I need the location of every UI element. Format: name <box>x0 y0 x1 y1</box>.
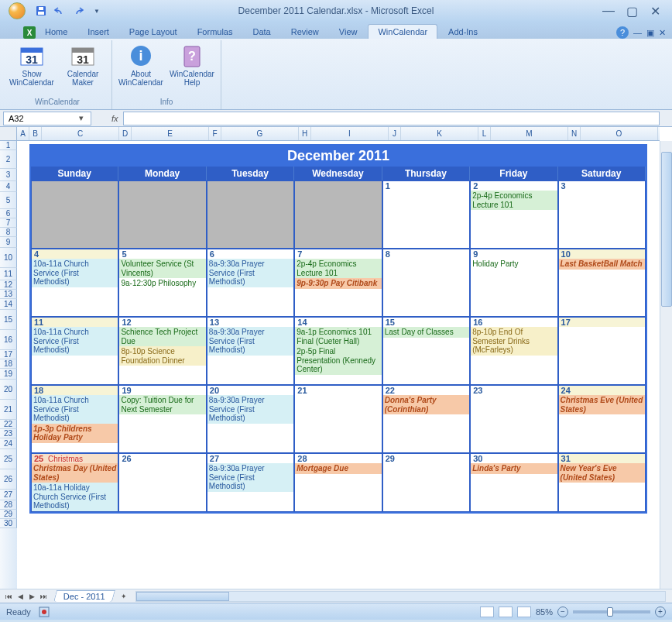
calendar-event[interactable]: 8a-9:30a Prayer Service (First Methodist… <box>207 395 293 424</box>
calendar-event[interactable]: 2p-4p Economics Lecture 101 <box>471 191 557 210</box>
calendar-cell[interactable]: 17 <box>558 317 646 385</box>
qat-dropdown-icon[interactable]: ▼ <box>90 4 104 18</box>
calendar-cell[interactable]: 5 Volunteer Service (St Vincents)9a-12:3… <box>118 249 206 317</box>
row-header[interactable]: 5 <box>0 192 17 209</box>
calendar-cell[interactable]: 15 Last Day of Classes <box>382 317 470 385</box>
fx-label[interactable]: fx <box>111 114 118 123</box>
new-sheet-button[interactable]: ✦ <box>118 591 129 602</box>
row-header[interactable]: 9 <box>0 237 17 248</box>
row-header[interactable]: 2 <box>0 150 17 169</box>
column-header[interactable]: K <box>401 127 478 140</box>
row-header[interactable]: 28 <box>0 500 17 510</box>
last-sheet-button[interactable]: ⏭ <box>38 591 49 602</box>
select-all-corner[interactable] <box>0 127 17 141</box>
calendar-cell[interactable]: 25 Christmas Christmas Day (United State… <box>31 453 118 512</box>
column-header[interactable]: J <box>389 127 401 140</box>
tab-review[interactable]: Review <box>282 25 328 39</box>
calendar-event[interactable]: 10a-11a Church Service (First Methodist) <box>32 259 118 287</box>
row-header[interactable]: 7 <box>0 218 17 228</box>
calendar-event[interactable]: 2p-4p Economics Lecture 101 <box>295 259 381 278</box>
column-header[interactable]: I <box>311 127 389 140</box>
grid[interactable]: December 2011 SundayMondayTuesdayWednesd… <box>17 141 660 589</box>
column-header[interactable]: H <box>299 127 311 140</box>
calendar-event[interactable]: Copy: Tuition Due for Next Semester <box>119 395 205 414</box>
zoom-in-button[interactable]: + <box>655 607 666 617</box>
calendar-cell[interactable] <box>31 180 118 249</box>
calendar-event[interactable]: 10a-11a Church Service (First Methodist) <box>32 395 118 424</box>
prev-sheet-button[interactable]: ◀ <box>15 591 26 602</box>
row-header[interactable]: 12 <box>0 280 17 290</box>
first-sheet-button[interactable]: ⏮ <box>3 591 14 602</box>
row-header[interactable]: 27 <box>0 490 17 500</box>
wincalendar-help-button[interactable]: ?WinCalendarHelp <box>170 42 214 98</box>
row-header[interactable]: 15 <box>0 310 17 330</box>
next-sheet-button[interactable]: ▶ <box>26 591 37 602</box>
calendar-cell[interactable] <box>207 180 294 249</box>
row-header[interactable]: 21 <box>0 400 17 420</box>
column-header[interactable]: C <box>42 127 119 140</box>
name-box-dropdown-icon[interactable]: ▾ <box>77 113 86 123</box>
calendar-event[interactable]: 1p-3p Childrens Holiday Party <box>32 424 118 443</box>
calendar-cell[interactable]: 9Holiday Party <box>470 249 557 317</box>
calendar-cell[interactable]: 72p-4p Economics Lecture 1019p-9:30p Pay… <box>294 249 382 317</box>
calendar-event[interactable]: Holiday Party <box>471 259 557 270</box>
calendar-event[interactable]: Last BasketBall Match <box>559 259 645 270</box>
doc-minimize-button[interactable]: — <box>633 28 642 37</box>
calendar-cell[interactable]: 278a-9:30a Prayer Service (First Methodi… <box>207 453 294 512</box>
page-break-view-button[interactable] <box>517 607 531 617</box>
doc-restore-button[interactable]: ▣ <box>646 28 654 38</box>
macro-record-icon[interactable] <box>39 607 50 617</box>
column-header[interactable]: O <box>581 127 658 140</box>
calendar-cell[interactable]: 138a-9:30a Prayer Service (First Methodi… <box>207 317 294 385</box>
calendar-event[interactable]: 10a-11a Church Service (First Methodist) <box>32 327 118 356</box>
office-button[interactable] <box>3 2 31 20</box>
calendar-event[interactable]: Donna's Party (Corinthian) <box>383 395 469 414</box>
zoom-slider[interactable] <box>573 610 650 613</box>
close-button[interactable]: ✕ <box>647 5 663 17</box>
column-header[interactable]: A <box>17 127 29 140</box>
calendar-event[interactable]: Christmas Eve (United States) <box>559 395 645 414</box>
zoom-out-button[interactable]: − <box>557 607 568 617</box>
save-icon[interactable] <box>34 4 48 18</box>
row-header[interactable]: 25 <box>0 449 17 469</box>
calendar-event[interactable]: Volunteer Service (St Vincents) <box>119 259 205 278</box>
calendar-event[interactable]: Schience Tech Project Due <box>119 327 205 346</box>
calendar-maker-button[interactable]: 31CalendarMaker <box>60 42 105 98</box>
calendar-cell[interactable]: 26 <box>118 453 206 512</box>
calendar-cell[interactable]: 410a-11a Church Service (First Methodist… <box>31 249 118 317</box>
page-layout-view-button[interactable] <box>499 607 513 617</box>
tab-add-ins[interactable]: Add-Ins <box>439 25 487 39</box>
horizontal-scroll-thumb[interactable] <box>136 592 229 601</box>
about-wincalendar-button[interactable]: iAboutWinCalendar <box>118 42 163 98</box>
calendar-cell[interactable]: 149a-1p Economics 101 Final (Cueter Hall… <box>294 317 382 385</box>
calendar-cell[interactable]: 1110a-11a Church Service (First Methodis… <box>31 317 118 385</box>
row-header[interactable]: 16 <box>0 330 17 350</box>
calendar-event[interactable]: 8a-9:30a Prayer Service (First Methodist… <box>207 327 293 356</box>
undo-icon[interactable] <box>53 4 67 18</box>
calendar-event[interactable]: New Year's Eve (United States) <box>559 463 645 483</box>
calendar-cell[interactable]: 68a-9:30a Prayer Service (First Methodis… <box>207 249 294 317</box>
tab-data[interactable]: Data <box>243 25 279 39</box>
calendar-cell[interactable]: 22 Donna's Party (Corinthian) <box>382 385 470 453</box>
tab-page-layout[interactable]: Page Layout <box>120 25 187 39</box>
calendar-cell[interactable]: 23 <box>470 385 557 453</box>
tab-wincalendar[interactable]: WinCalendar <box>368 24 437 39</box>
calendar-event[interactable]: 9a-12:30p Philosophy <box>119 278 205 289</box>
calendar-cell[interactable] <box>294 180 382 249</box>
tab-view[interactable]: View <box>330 25 367 39</box>
calendar-cell[interactable]: 19 Copy: Tuition Due for Next Semester <box>118 385 206 453</box>
calendar-event[interactable]: Last Day of Classes <box>383 327 469 338</box>
name-box[interactable]: A32 ▾ <box>3 112 91 125</box>
row-header[interactable]: 10 <box>0 248 17 268</box>
calendar-event[interactable]: 8a-9:30a Prayer Service (First Methodist… <box>207 463 293 492</box>
row-header[interactable]: 1 <box>0 141 17 150</box>
column-header[interactable]: F <box>209 127 221 140</box>
column-header[interactable]: N <box>568 127 581 140</box>
row-header[interactable]: 19 <box>0 369 17 380</box>
column-header[interactable]: D <box>119 127 132 140</box>
calendar-event[interactable]: Mortgage Due <box>295 463 381 474</box>
calendar-cell[interactable]: 168p-10p End Of Semester Drinks (McFarle… <box>470 317 557 385</box>
calendar-event[interactable]: 2p-5p Final Presentation (Kennedy Center… <box>295 346 381 375</box>
calendar-cell[interactable]: 10Last BasketBall Match <box>558 249 646 317</box>
calendar-event[interactable]: Linda's Party <box>471 463 557 474</box>
